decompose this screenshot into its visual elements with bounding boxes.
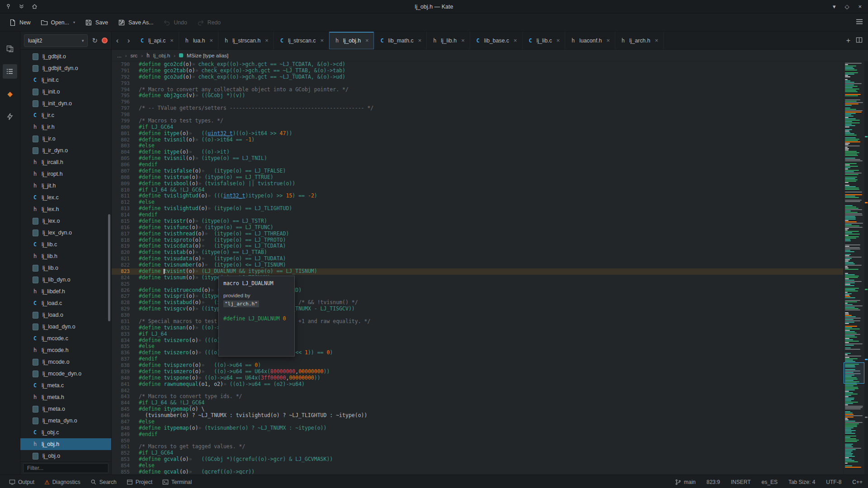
tab-lib_math.c[interactable]: Clib_math.c× bbox=[374, 32, 427, 49]
tree-item-lj_mcode.c[interactable]: Clj_mcode.c bbox=[20, 333, 111, 344]
keyboard-layout[interactable]: es_ES bbox=[762, 479, 778, 485]
code-line[interactable]: 854#else bbox=[112, 463, 843, 469]
tab-close-icon[interactable]: × bbox=[418, 37, 422, 44]
tree-item-lj_lib.h[interactable]: hlj_lib.h bbox=[20, 250, 111, 262]
redo-button[interactable]: Redo bbox=[193, 17, 225, 28]
tab-close-icon[interactable]: × bbox=[265, 37, 269, 44]
tree-item-lj_libdef.h[interactable]: hlj_libdef.h bbox=[20, 286, 111, 297]
tab-lj_arch.h[interactable]: hlj_arch.h× bbox=[615, 32, 664, 49]
nav-forward-button[interactable]: › bbox=[123, 32, 134, 49]
code-line[interactable]: 844#if LJ_64 && !LJ_GC64 bbox=[112, 400, 843, 406]
code-line[interactable]: 807#define tvisfalse(o)» (itype(o) == LJ… bbox=[112, 168, 843, 174]
output-toggle[interactable]: Output bbox=[5, 479, 38, 486]
code-line[interactable]: 843/* Macros to convert type ids. */ bbox=[112, 394, 843, 400]
code-line[interactable]: 847#else bbox=[112, 419, 843, 425]
maximize-button[interactable]: ◇ bbox=[844, 3, 849, 10]
code-line[interactable]: 842 bbox=[112, 388, 843, 394]
tree-item-lj_obj.c[interactable]: Clj_obj.c bbox=[20, 427, 111, 438]
tree-item-lj_lib.c[interactable]: Clj_lib.c bbox=[20, 239, 111, 250]
tab-lj_lib.c[interactable]: Clj_lib.c× bbox=[523, 32, 566, 49]
code-line[interactable]: 796 bbox=[112, 99, 843, 105]
tree-item-lj_mcode.h[interactable]: hlj_mcode.h bbox=[20, 344, 111, 356]
tree-item-lj_mcode.o[interactable]: lj_mcode.o bbox=[20, 356, 111, 368]
tab-close-icon[interactable]: × bbox=[514, 37, 517, 44]
code-line[interactable]: 840#define tvispone(o)» ((o)->u64 == U64… bbox=[112, 375, 843, 381]
tab-close-icon[interactable]: × bbox=[365, 37, 369, 44]
code-line[interactable]: 806#endif bbox=[112, 162, 843, 168]
code-line[interactable]: 846 (tvisnumber(o) ? ~LJ_TNUMX : tvislig… bbox=[112, 413, 843, 419]
code-line[interactable]: 795#define obj2gco(v)» ((GCobj *)(v)) bbox=[112, 93, 843, 99]
breadcrumb-overflow-button[interactable]: ... bbox=[117, 52, 122, 59]
tab-lib_base.c[interactable]: Clib_base.c× bbox=[470, 32, 523, 49]
documents-tool-button[interactable] bbox=[3, 42, 17, 56]
tab-size[interactable]: Tab Size: 4 bbox=[788, 479, 815, 485]
tree-item-lj_gdbjit.o[interactable]: lj_gdbjit.o bbox=[20, 51, 111, 62]
code-line[interactable]: 849#endif bbox=[112, 432, 843, 438]
tree-item-lj_lex.h[interactable]: hlj_lex.h bbox=[20, 203, 111, 215]
code-line[interactable]: 792#define gco2ud(o)» check_exp((o)->gch… bbox=[112, 74, 843, 80]
external-tools-button[interactable] bbox=[3, 109, 17, 124]
tree-scrollbar[interactable] bbox=[108, 214, 110, 321]
tree-item-lj_lex.c[interactable]: Clj_lex.c bbox=[20, 192, 111, 203]
new-button[interactable]: New bbox=[5, 17, 35, 28]
code-line[interactable]: 816#define tvisfunc(o)» (itype(o) == LJ_… bbox=[112, 225, 843, 231]
tree-item-lj_lex_dyn.o[interactable]: lj_lex_dyn.o bbox=[20, 227, 111, 239]
code-line[interactable]: 838#define tvispzero(o)» ((o)->u64 == 0) bbox=[112, 362, 843, 369]
tab-lj_obj.h[interactable]: hlj_obj.h× bbox=[329, 32, 374, 49]
breadcrumb-src[interactable]: src bbox=[131, 52, 138, 59]
code-line[interactable]: 810#if LJ_64 && !LJ_GC64 bbox=[112, 187, 843, 193]
tree-item-lj_init.c[interactable]: Clj_init.c bbox=[20, 74, 111, 86]
split-view-button[interactable] bbox=[856, 37, 863, 45]
code-line[interactable]: 815#define tvisstr(o)» (itype(o) == LJ_T… bbox=[112, 218, 843, 225]
tree-item-lj_jit.h[interactable]: hlj_jit.h bbox=[20, 180, 111, 192]
save-as-button[interactable]: Save As... bbox=[113, 17, 158, 28]
minimize-button[interactable]: ▾ bbox=[833, 3, 836, 10]
code-line[interactable]: 817#define tvisthread(o)» (itype(o) == L… bbox=[112, 231, 843, 237]
terminal-toggle[interactable]: Terminal bbox=[159, 479, 195, 486]
tab-lj_lib.h[interactable]: hlj_lib.h× bbox=[427, 32, 470, 49]
tree-item-lj_init_dyn.o[interactable]: lj_init_dyn.o bbox=[20, 98, 111, 109]
code-line[interactable]: 797/* -- TValue getters/setters --------… bbox=[112, 105, 843, 112]
symbols-tool-button[interactable] bbox=[3, 64, 17, 79]
cursor-position[interactable]: 823:9 bbox=[707, 479, 720, 485]
tree-item-lj_init.o[interactable]: lj_init.o bbox=[20, 86, 111, 98]
code-line[interactable]: 804#define itype(o)» ((o)->it) bbox=[112, 149, 843, 155]
code-line[interactable]: 793 bbox=[112, 80, 843, 87]
open-button[interactable]: Open... ▾ bbox=[36, 17, 80, 28]
tab-lj_strscan.c[interactable]: Clj_strscan.c× bbox=[274, 32, 329, 49]
code-line[interactable]: 814#endif bbox=[112, 212, 843, 218]
tree-item-lj_load_dyn.o[interactable]: lj_load_dyn.o bbox=[20, 321, 111, 333]
tree-item-lj_ir.h[interactable]: hlj_ir.h bbox=[20, 121, 111, 133]
code-line[interactable]: 818#define tvisproto(o)» (itype(o) == LJ… bbox=[112, 237, 843, 244]
tree-item-lj_meta.o[interactable]: lj_meta.o bbox=[20, 403, 111, 415]
code-line[interactable]: 803#else bbox=[112, 143, 843, 149]
code-line[interactable]: 805#define tvisnil(o)» (itype(o) == LJ_T… bbox=[112, 155, 843, 162]
code-line[interactable]: 812#else bbox=[112, 199, 843, 206]
minimap[interactable] bbox=[843, 61, 864, 474]
tree-item-lj_load.o[interactable]: lj_load.o bbox=[20, 309, 111, 321]
tab-luaconf.h[interactable]: hluaconf.h× bbox=[565, 32, 615, 49]
tree-item-lj_meta.c[interactable]: Clj_meta.c bbox=[20, 380, 111, 391]
code-line[interactable]: 822#define tvisnumber(o)» (itype(o) <= L… bbox=[112, 262, 843, 268]
code-line[interactable]: 823#define tvisint(o)» (LJ_DUALNUM && it… bbox=[112, 268, 843, 275]
home-icon[interactable] bbox=[32, 4, 38, 9]
tab-close-icon[interactable]: × bbox=[461, 37, 465, 44]
minimap-viewport[interactable] bbox=[844, 362, 864, 384]
scrollbar-marks[interactable] bbox=[864, 61, 868, 474]
code-line[interactable]: 839#define tvismzero(o)» ((o)->u64 == U6… bbox=[112, 369, 843, 375]
pin-icon[interactable] bbox=[5, 4, 11, 9]
code-line[interactable]: 801#define itype(o)» ((uint32_t)((o)->it… bbox=[112, 131, 843, 137]
code-line[interactable]: 841#define rawnumequal(o1, o2)» ((o1)->u… bbox=[112, 381, 843, 388]
code-line[interactable]: 802#define tvisnil(o)» ((o)->it64 == -1) bbox=[112, 137, 843, 143]
tab-close-icon[interactable]: × bbox=[320, 37, 324, 44]
project-selector[interactable]: luajit2 ▾ bbox=[24, 34, 88, 47]
code-line[interactable]: 820#define tvistab(o)» (itype(o) == LJ_T… bbox=[112, 249, 843, 256]
menu-button[interactable] bbox=[855, 18, 863, 27]
tree-item-lj_meta_dyn.o[interactable]: lj_meta_dyn.o bbox=[20, 415, 111, 427]
tab-close-icon[interactable]: × bbox=[557, 37, 560, 44]
refresh-button[interactable]: ↻ bbox=[92, 37, 98, 45]
code-line[interactable]: 809#define tvisbool(o)» (tvisfalse(o) ||… bbox=[112, 181, 843, 187]
tree-item-lj_gdbjit_dyn.o[interactable]: lj_gdbjit_dyn.o bbox=[20, 62, 111, 74]
tab-lj_strscan.h[interactable]: hlj_strscan.h× bbox=[218, 32, 274, 49]
tree-item-lj_ir.o[interactable]: lj_ir.o bbox=[20, 133, 111, 145]
